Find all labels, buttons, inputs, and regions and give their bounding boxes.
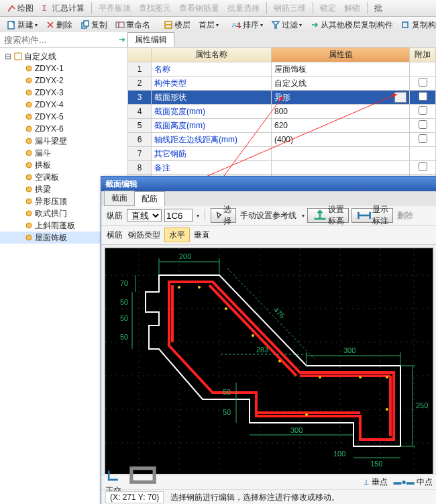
tree-item[interactable]: 漏斗梁壁 [0,135,127,147]
btn-batch[interactable]: 批 [371,1,386,15]
chevron-down-icon[interactable]: ▾ [35,22,38,28]
btn-copy-to[interactable]: 复制构 [398,17,436,32]
prop-add-cb[interactable] [410,91,436,105]
search-input[interactable] [3,34,119,46]
prop-add-cb[interactable] [410,105,436,119]
svg-point-15 [26,102,32,107]
btn-find: 查找图元 [135,1,174,15]
prop-name[interactable]: 其它钢筋 [152,147,272,161]
btn-show-dim[interactable]: 显示标注 [351,208,393,223]
sel-floor[interactable]: 首层▾ [195,17,222,32]
btn-new[interactable]: 新建▾ [3,17,41,32]
svg-point-51 [319,376,321,379]
toolbar-main: 绘图 Σ汇总计算 平齐板顶 查找图元 查看钢筋量 批量选择 钢筋三维 锁定 解锁… [0,0,436,17]
prop-name[interactable]: 备注 [152,161,272,175]
prop-name[interactable]: 构件类型 [152,77,272,91]
tree-item[interactable]: 拱板 [0,159,127,171]
prop-name[interactable]: 截面高度(mm) [152,119,272,133]
svg-point-12 [26,66,32,71]
prop-add-cb[interactable] [410,119,436,133]
prop-value[interactable]: 800 [272,105,410,119]
snap-mid[interactable]: ▬●▬ 中点 [393,476,433,488]
tree-item[interactable]: ZDYX-5 [0,111,127,123]
svg-point-23 [26,199,32,204]
btn-vertical[interactable]: 垂直 [194,230,210,241]
chevron-down-icon[interactable]: ▾ [216,22,219,28]
svg-text:70: 70 [120,279,128,287]
btn-sort[interactable]: AZ排序▾ [229,17,266,32]
svg-point-49 [252,334,254,337]
prop-add-cb[interactable] [410,77,436,91]
prop-value[interactable] [272,147,410,161]
prop-value[interactable] [272,161,410,175]
input-spec[interactable] [164,209,193,222]
prop-value[interactable]: 屋面饰板 [272,62,410,77]
prop-value[interactable]: 620 [272,119,410,133]
btn-select[interactable]: 选择 [211,208,236,223]
btn-unlock: 解锁 [341,1,364,15]
prop-name[interactable]: 轴线距左边线距离(mm) [152,133,272,147]
row-num: 5 [128,119,152,133]
svg-point-14 [26,90,32,95]
svg-text:200: 200 [179,252,191,260]
tree-item[interactable]: 漏斗 [0,147,127,159]
prop-name[interactable]: 截面形状 [152,91,272,105]
svg-point-20 [26,162,32,168]
prop-value[interactable]: (400) [272,133,410,147]
prop-value[interactable]: 自定义线 [272,77,410,91]
prop-add-cb[interactable] [410,147,436,161]
svg-text:150: 150 [370,460,382,468]
prop-add-cb[interactable] [410,133,436,147]
tree-item[interactable]: ZDYX-3 [0,87,127,99]
svg-point-18 [26,138,32,144]
svg-text:283: 283 [256,346,268,354]
rebar-toolbar-1: 纵筋 直线 ▾ 选择 手动设置参考线▾ 设置标高 显示标注 删除 [101,206,436,225]
btn-copy[interactable]: 复制 [77,17,111,32]
btn-draw[interactable]: 绘图 [3,1,37,15]
svg-text:300: 300 [290,426,303,434]
svg-point-48 [225,307,227,310]
rebar-toolbar-2: 横筋 钢筋类型 水平 垂直 [101,225,436,245]
svg-point-54 [386,408,388,411]
tree-collapse-icon[interactable]: ⊟ [4,52,12,61]
tree-item[interactable]: ZDYX-1 [0,62,127,74]
tree-root[interactable]: 自定义线 [24,51,56,62]
tab-section[interactable]: 截面 [104,191,135,206]
svg-point-21 [26,174,32,180]
svg-rect-10 [402,22,408,28]
svg-point-22 [26,187,32,192]
tree-item[interactable]: ZDYX-2 [0,74,127,87]
toolbar-edit: 新建▾ 删除 复制 重命名 楼层 首层▾ AZ排序▾ 过滤▾ 从其他楼层复制构件… [0,17,436,34]
sel-linetype[interactable]: 直线 [127,209,162,221]
btn-set-elev[interactable]: 设置标高 [307,208,349,223]
btn-copy-from[interactable]: 从其他楼层复制构件 [307,17,396,32]
tree-item[interactable]: ZDYX-6 [0,123,127,135]
btn-sumcalc[interactable]: Σ汇总计算 [38,1,88,15]
svg-point-13 [26,78,32,83]
tab-rebar[interactable]: 配筋 [134,191,165,207]
svg-point-53 [386,376,388,379]
search-go-icon[interactable]: ➔ [119,34,125,45]
row-num: 8 [128,161,152,175]
prop-name[interactable]: 名称 [152,62,272,77]
section-canvas[interactable]: 200 70 50 50 50 476 283 300 250 300 100 … [105,248,433,483]
spec-dd-icon[interactable]: ▾ [197,213,199,219]
ellipsis-button[interactable]: ⋯ [394,92,406,103]
label-type: 钢筋类型 [128,230,160,241]
prop-add-cb[interactable] [410,62,436,77]
svg-text:50: 50 [223,408,231,416]
tab-prop-edit[interactable]: 属性编辑 [127,32,174,47]
prop-name[interactable]: 截面宽度(mm) [152,105,272,119]
svg-text:Σ: Σ [42,4,47,12]
prop-add-cb[interactable] [410,161,436,175]
btn-horizontal[interactable]: 水平 [164,228,190,242]
label-manual[interactable]: 手动设置参考线 [240,210,296,221]
btn-delete[interactable]: 删除 [42,17,76,32]
btn-rename[interactable]: 重命名 [112,17,154,32]
btn-del-dim: 删除 [397,210,413,221]
row-num: 2 [128,77,152,91]
tree-item[interactable]: ZDYX-4 [0,99,127,111]
snap-perp[interactable]: ⊥ 垂点 [363,476,388,488]
btn-filter[interactable]: 过滤▾ [268,17,305,32]
prop-value[interactable]: 异形⋯ [272,91,410,105]
